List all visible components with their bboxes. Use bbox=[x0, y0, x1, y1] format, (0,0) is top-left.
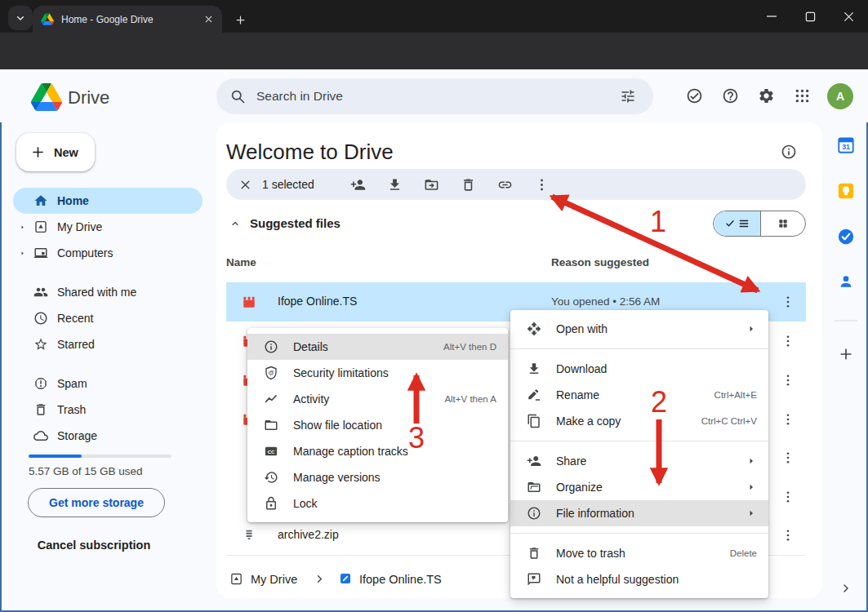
tab-search-button[interactable] bbox=[8, 6, 33, 30]
tab-title: Home - Google Drive bbox=[61, 14, 203, 25]
storage-used-text: 5.57 GB of 15 GB used bbox=[29, 465, 143, 477]
menu-item-not-helpful-suggestion[interactable]: Not a helpful suggestion bbox=[510, 566, 768, 592]
row-kebab-icon[interactable] bbox=[781, 528, 795, 543]
cancel-subscription-button[interactable]: Cancel subscription bbox=[0, 539, 188, 552]
clear-selection-icon[interactable] bbox=[238, 178, 252, 192]
sidebar-item-computers[interactable]: Computers bbox=[0, 240, 203, 266]
row-kebab-icon[interactable] bbox=[781, 412, 795, 427]
row-kebab-icon[interactable] bbox=[781, 450, 795, 465]
recent-clock-icon bbox=[33, 311, 48, 326]
my-drive-icon bbox=[33, 220, 48, 234]
search-input[interactable]: Search in Drive bbox=[256, 89, 343, 104]
menu-item-security-limitations[interactable]: Security limitations bbox=[247, 360, 508, 386]
search-icon[interactable] bbox=[229, 88, 246, 104]
new-button[interactable]: New bbox=[16, 133, 95, 171]
page-info-icon[interactable] bbox=[781, 144, 797, 160]
offline-status-icon[interactable] bbox=[686, 87, 703, 104]
open-with-icon bbox=[527, 322, 541, 336]
add-addon-icon[interactable] bbox=[838, 346, 854, 362]
column-header-name[interactable]: Name bbox=[226, 256, 256, 268]
drive-logo[interactable] bbox=[31, 83, 62, 111]
submenu-arrow-icon bbox=[746, 508, 757, 519]
contacts-icon[interactable] bbox=[838, 273, 854, 290]
page-title: Welcome to Drive bbox=[226, 140, 394, 165]
toolbar-more-options-kebab-icon[interactable] bbox=[534, 177, 550, 193]
apps-grid-icon[interactable] bbox=[794, 87, 811, 104]
breadcrumb-file[interactable]: Ifope Online.TS bbox=[359, 573, 442, 586]
share-person-add-icon bbox=[527, 454, 541, 468]
get-more-storage-button[interactable]: Get more storage bbox=[28, 488, 165, 517]
sidebar-item-home[interactable]: Home bbox=[0, 188, 203, 214]
sidebar-item-starred[interactable]: Starred bbox=[0, 331, 203, 357]
browser-tab[interactable]: Home - Google Drive bbox=[33, 6, 222, 33]
sidebar-item-shared-with-me[interactable]: Shared with me bbox=[0, 279, 203, 305]
menu-item-open-with[interactable]: Open with bbox=[510, 316, 768, 342]
menu-item-make-a-copy[interactable]: Make a copy Ctrl+C Ctrl+V bbox=[510, 408, 768, 434]
help-icon[interactable] bbox=[722, 87, 739, 104]
window-minimize-button[interactable] bbox=[758, 7, 786, 26]
sidebar-item-trash[interactable]: Trash bbox=[0, 397, 203, 423]
row-kebab-icon[interactable] bbox=[781, 373, 795, 388]
rail-divider bbox=[835, 320, 857, 322]
breadcrumb-location[interactable]: My Drive bbox=[251, 573, 297, 586]
download-icon[interactable] bbox=[387, 177, 403, 193]
file-name[interactable]: Ifope Online.TS bbox=[278, 295, 357, 308]
browser-window: Home - Google Drive drive.google.com/dri… bbox=[0, 0, 868, 612]
settings-gear-icon[interactable] bbox=[758, 87, 775, 104]
column-header-reason[interactable]: Reason suggested bbox=[551, 256, 649, 268]
list-view-button[interactable] bbox=[714, 211, 760, 236]
sidebar-item-storage[interactable]: Storage bbox=[0, 423, 203, 449]
grid-view-button[interactable] bbox=[761, 211, 805, 236]
sidebar-item-recent[interactable]: Recent bbox=[0, 305, 203, 331]
collapse-section-chevron-icon[interactable] bbox=[229, 218, 241, 229]
menu-divider bbox=[510, 533, 768, 534]
menu-item-show-file-location[interactable]: Show file location bbox=[247, 412, 508, 438]
tab-close-icon[interactable] bbox=[203, 14, 214, 24]
menu-item-activity[interactable]: Activity Alt+V then A bbox=[247, 386, 508, 412]
trash-icon bbox=[527, 546, 541, 561]
window-maximize-button[interactable] bbox=[796, 7, 824, 26]
menu-item-rename[interactable]: Rename Ctrl+Alt+E bbox=[510, 382, 768, 408]
row-kebab-icon[interactable] bbox=[781, 334, 795, 348]
calendar-icon[interactable] bbox=[837, 136, 855, 154]
hide-side-panel-chevron-icon[interactable] bbox=[839, 582, 852, 595]
feedback-thumb-down-icon bbox=[527, 572, 541, 587]
menu-item-manage-versions[interactable]: Manage versions bbox=[247, 464, 508, 490]
menu-item-move-to-trash[interactable]: Move to trash Delete bbox=[510, 540, 768, 566]
drive-avatar[interactable]: A bbox=[827, 83, 853, 109]
archive-file-icon bbox=[242, 528, 256, 543]
home-icon bbox=[33, 193, 48, 208]
download-icon bbox=[527, 361, 541, 376]
menu-item-lock[interactable]: Lock bbox=[247, 490, 508, 517]
share-person-add-icon[interactable] bbox=[350, 177, 366, 193]
chevron-down-icon bbox=[14, 11, 27, 24]
grid-icon bbox=[777, 218, 789, 229]
search-bar[interactable]: Search in Drive bbox=[216, 78, 653, 114]
sidebar-item-spam[interactable]: Spam bbox=[0, 370, 203, 397]
menu-item-details[interactable]: Details Alt+V then D bbox=[247, 334, 508, 360]
window-close-button[interactable] bbox=[835, 7, 862, 26]
plus-icon bbox=[30, 144, 46, 160]
trash-icon[interactable] bbox=[461, 177, 476, 193]
tasks-icon[interactable] bbox=[837, 228, 855, 246]
move-to-folder-icon[interactable] bbox=[424, 177, 439, 193]
menu-item-file-information[interactable]: File information bbox=[510, 500, 768, 526]
expand-arrow-icon[interactable] bbox=[19, 224, 26, 231]
menu-item-share[interactable]: Share bbox=[510, 448, 768, 474]
section-title[interactable]: Suggested files bbox=[250, 216, 341, 230]
keep-icon[interactable] bbox=[837, 182, 855, 200]
search-options-icon[interactable] bbox=[620, 88, 636, 104]
expand-arrow-icon[interactable] bbox=[19, 250, 26, 257]
menu-item-manage-caption-tracks[interactable]: Manage caption tracks bbox=[247, 438, 508, 464]
menu-item-download[interactable]: Download bbox=[510, 356, 768, 382]
menu-divider bbox=[510, 348, 768, 349]
row-kebab-icon[interactable] bbox=[781, 295, 795, 309]
new-button-label: New bbox=[54, 146, 78, 159]
copy-link-icon[interactable] bbox=[497, 177, 513, 193]
menu-item-organize[interactable]: Organize bbox=[510, 474, 768, 500]
sidebar-item-my-drive[interactable]: My Drive bbox=[0, 214, 203, 240]
file-name[interactable]: archive2.zip bbox=[278, 528, 339, 541]
drive-logo-text: Drive bbox=[68, 87, 109, 109]
row-kebab-icon[interactable] bbox=[781, 490, 795, 504]
new-tab-button[interactable] bbox=[229, 8, 251, 31]
